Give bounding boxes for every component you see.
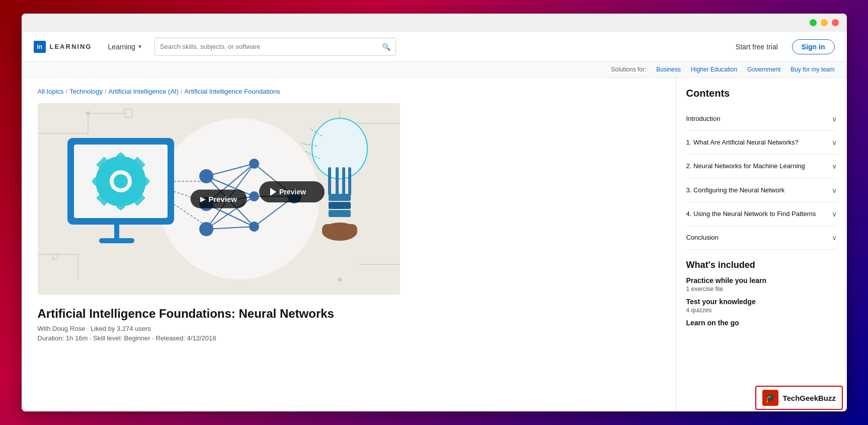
play-icon: ▶ [200,195,205,203]
preview-button[interactable]: ▶ Preview [190,190,247,208]
svg-text:Preview: Preview [279,188,306,196]
left-panel: All topics / Technology / Artificial Int… [22,78,676,411]
logo-area: in LEARNING [34,41,92,53]
search-bar: 🔍 [154,38,396,56]
content-item-label: Conclusion [686,233,832,242]
breadcrumb-sep-3: / [181,88,183,95]
svg-point-38 [199,169,213,183]
course-meta-secondary: Duration: 1h 16m · Skill level: Beginner… [38,334,660,342]
course-skill: Skill level: Beginner [93,334,150,342]
watermark-text: TechGeekBuzz [782,394,836,402]
subnav-higher-education[interactable]: Higher Education [691,66,737,73]
svg-rect-53 [329,194,351,201]
course-likes: Liked by 3,274 users [91,325,151,332]
included-item-practice: Practice while you learn 1 exercise file [686,276,837,293]
svg-point-40 [199,222,213,236]
title-bar [22,14,847,32]
svg-rect-15 [99,238,134,243]
go-title: Learn on the go [686,319,837,327]
start-free-trial-link[interactable]: Start free trial [736,43,778,51]
content-item-configuring[interactable]: 3. Configuring the Neural Network ∨ [686,179,837,202]
linkedin-logo: in [34,41,46,53]
maximize-button[interactable] [810,19,817,26]
course-author: With Doug Rose [38,325,86,332]
breadcrumb-ai-foundations[interactable]: Artificial Intelligence Foundations [185,88,280,95]
breadcrumb-technology[interactable]: Technology [69,88,103,95]
quiz-title: Test your knowledge [686,298,837,306]
svg-point-42 [249,191,259,201]
included-item-go: Learn on the go [686,319,837,327]
practice-title: Practice while you learn [686,276,837,285]
search-icon[interactable]: 🔍 [382,43,390,51]
whats-included-heading: What's included [686,260,837,270]
chevron-icon-patterns: ∨ [832,210,837,218]
quiz-sub: 4 quizzes [686,307,837,314]
minimize-button[interactable] [821,19,828,26]
chevron-icon-ml: ∨ [832,162,837,170]
content-item-ml[interactable]: 2. Neural Networks for Machine Learning … [686,155,837,178]
preview-label: Preview [208,195,237,203]
content-item-introduction[interactable]: Introduction ∨ [686,107,837,131]
breadcrumb-sep-1: / [66,88,68,95]
course-thumbnail: Preview [38,103,400,295]
browser-window: in LEARNING Learning ▼ 🔍 Start free tria… [22,14,847,411]
separator2: · [90,334,93,342]
logo-text: LEARNING [50,43,92,50]
svg-rect-14 [114,224,119,239]
watermark-icon: 🎓 [762,390,778,406]
breadcrumb-all-topics[interactable]: All topics [38,88,64,95]
watermark: 🎓 TechGeekBuzz [755,386,843,410]
chevron-icon-conclusion: ∨ [832,234,837,242]
sub-nav: Solutions for: Business Higher Education… [22,62,847,78]
subnav-buy-for-team[interactable]: Buy for my team [791,66,834,73]
content-item-label: 2. Neural Networks for Machine Learning [686,162,832,171]
svg-rect-54 [329,202,351,209]
practice-sub: 1 exercise file [686,286,837,293]
navbar: in LEARNING Learning ▼ 🔍 Start free tria… [22,32,847,62]
content-item-label: 4. Using the Neural Network to Find Patt… [686,209,832,219]
chevron-down-icon: ▼ [137,44,142,49]
breadcrumb-ai[interactable]: Artificial Intelligence (AI) [109,88,179,95]
content-item-conclusion[interactable]: Conclusion ∨ [686,226,837,250]
course-meta: With Doug Rose · Liked by 3,274 users [38,325,660,332]
svg-point-22 [114,174,128,188]
svg-point-41 [249,159,259,169]
course-title: Artificial Intelligence Foundations: Neu… [38,307,660,321]
learning-dropdown[interactable]: Learning ▼ [104,41,146,53]
solutions-label: Solutions for: [611,66,646,73]
breadcrumb: All topics / Technology / Artificial Int… [38,88,660,95]
chevron-icon-introduction: ∨ [832,115,837,123]
right-panel: Contents Introduction ∨ 1. What Are Arti… [676,78,847,411]
svg-point-43 [249,222,259,232]
svg-rect-55 [329,210,351,217]
close-button[interactable] [832,19,839,26]
traffic-lights [810,19,839,26]
content-item-label: 3. Configuring the Neural Network [686,186,832,195]
breadcrumb-sep-2: / [105,88,107,95]
chevron-icon-configuring: ∨ [832,186,837,194]
content-item-patterns[interactable]: 4. Using the Neural Network to Find Patt… [686,202,837,226]
contents-heading: Contents [686,88,837,99]
course-duration: Duration: 1h 16m [38,334,88,342]
svg-rect-60 [322,224,357,234]
content-item-neural-networks[interactable]: 1. What Are Artificial Neural Networks? … [686,131,837,155]
content-item-label: Introduction [686,114,832,123]
sign-in-button[interactable]: Sign in [792,39,835,54]
content-item-label: 1. What Are Artificial Neural Networks? [686,138,832,147]
subnav-business[interactable]: Business [656,66,681,73]
chevron-icon-neural: ∨ [832,138,837,147]
learning-dropdown-label: Learning [108,43,135,51]
included-item-quizzes: Test your knowledge 4 quizzes [686,298,837,314]
search-input[interactable] [160,43,378,50]
course-released: Released: 4/12/2018 [155,334,216,342]
svg-point-61 [86,111,90,115]
svg-point-62 [338,277,342,281]
separator: · [87,325,91,332]
main-content: All topics / Technology / Artificial Int… [22,78,847,411]
subnav-government[interactable]: Government [747,66,780,73]
svg-point-48 [312,118,367,179]
